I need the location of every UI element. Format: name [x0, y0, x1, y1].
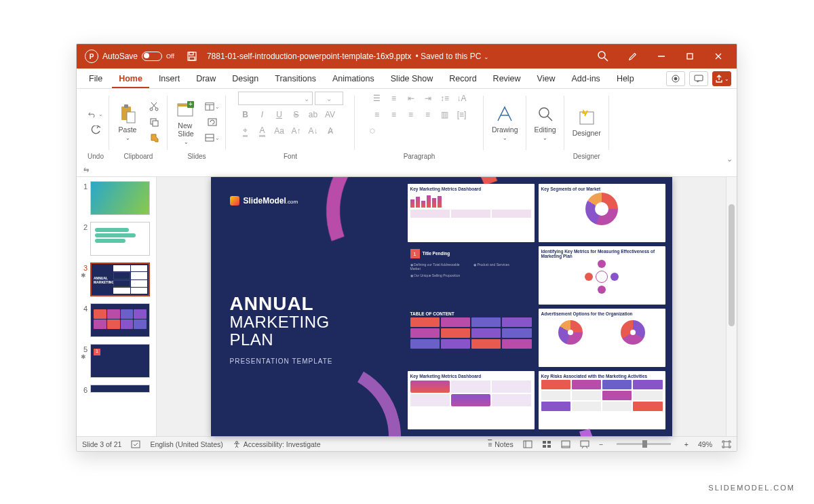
slide-position[interactable]: Slide 3 of 21	[82, 440, 121, 448]
tab-file[interactable]: File	[82, 70, 109, 88]
close-button[interactable]	[704, 44, 733, 69]
group-drawing: Drawing⌄	[484, 92, 526, 162]
slide-thumbnail-3[interactable]: ANNUALMARKETING	[90, 263, 150, 296]
language-status[interactable]: English (United States)	[150, 440, 222, 448]
tab-record[interactable]: Record	[442, 70, 483, 88]
align-right-button[interactable]: ≡	[404, 108, 419, 121]
autosave-toggle[interactable]: AutoSave Off	[102, 52, 174, 61]
new-slide-button[interactable]: + New Slide⌄	[172, 98, 200, 147]
reading-view-button[interactable]	[561, 440, 570, 448]
grow-font-button[interactable]: A↑	[289, 124, 304, 138]
slide-canvas[interactable]: SlideModel.com ANNUAL MARKETING PLAN PRE…	[157, 177, 726, 436]
zoom-value[interactable]: 49%	[698, 440, 712, 448]
align-left-button[interactable]: ≡	[370, 108, 385, 121]
line-spacing-button[interactable]: ↕≡	[438, 92, 452, 105]
paste-button[interactable]: Paste⌄	[113, 102, 142, 142]
collapse-ribbon-button[interactable]: ⌄	[726, 155, 733, 163]
bold-button[interactable]: B	[238, 108, 253, 121]
zoom-out-button[interactable]: −	[599, 440, 603, 448]
bullets-button[interactable]: ☰	[370, 92, 385, 105]
tab-addins[interactable]: Add-ins	[564, 70, 606, 88]
spell-check-icon[interactable]	[131, 440, 140, 448]
reset-button[interactable]	[205, 115, 220, 129]
zoom-in-button[interactable]: +	[684, 440, 689, 448]
sorter-view-button[interactable]	[542, 440, 551, 448]
statusbar: Slide 3 of 21 English (United States) Ac…	[77, 436, 737, 451]
font-color-button[interactable]: A	[255, 124, 270, 138]
comments-button[interactable]	[689, 71, 708, 86]
notes-button[interactable]: ≡Notes	[488, 440, 513, 448]
slide-thumbnail-1[interactable]	[90, 181, 150, 215]
vertical-scrollbar[interactable]	[726, 177, 737, 436]
group-designer: Designer Designer	[564, 92, 609, 162]
current-slide[interactable]: SlideModel.com ANNUAL MARKETING PLAN PRE…	[211, 177, 672, 436]
thumb-number: 1	[79, 181, 88, 191]
underline-button[interactable]: U	[272, 108, 287, 121]
search-icon[interactable]	[597, 50, 609, 62]
tab-slideshow[interactable]: Slide Show	[384, 70, 440, 88]
justify-button[interactable]: ≡	[421, 108, 435, 121]
slideshow-button[interactable]	[580, 440, 589, 448]
tab-home[interactable]: Home	[112, 70, 149, 88]
tab-draw[interactable]: Draw	[189, 70, 222, 88]
strike-button[interactable]: S	[289, 108, 304, 121]
svg-rect-20	[153, 121, 158, 126]
shrink-font-button[interactable]: A↓	[306, 124, 321, 138]
font-size-select[interactable]: ⌄	[315, 92, 343, 105]
qat-overflow-icon[interactable]: ⇆	[83, 166, 89, 174]
workspace: 1 2 3✱ANNUALMARKETING 4 5✱1 6 SlideModel…	[77, 177, 737, 436]
save-status[interactable]: • Saved to this PC ⌄	[415, 52, 488, 61]
align-center-button[interactable]: ≡	[387, 108, 402, 121]
maximize-button[interactable]	[676, 44, 704, 69]
font-family-select[interactable]: ⌄	[238, 92, 313, 105]
camera-button[interactable]	[666, 71, 685, 86]
group-slides: + New Slide⌄ ⌄ ⌄ Slides	[168, 92, 226, 162]
tab-design[interactable]: Design	[225, 70, 265, 88]
italic-button[interactable]: I	[255, 108, 270, 121]
numbering-button[interactable]: ≡	[387, 92, 402, 105]
spacing-button[interactable]: AV	[323, 108, 338, 121]
cut-button[interactable]	[147, 100, 161, 113]
tab-animations[interactable]: Animations	[326, 70, 381, 88]
group-paragraph: ☰ ≡ ⇤ ⇥ ↕≡ ↓A ≡ ≡ ≡ ≡ ▥ [≡] ⬡	[355, 92, 484, 162]
zoom-slider[interactable]	[617, 443, 671, 445]
section-button[interactable]: ⌄	[205, 131, 220, 144]
redo-button[interactable]	[88, 123, 103, 137]
smartart-button[interactable]: ⬡	[370, 124, 375, 138]
tab-insert[interactable]: Insert	[152, 70, 187, 88]
format-painter-button[interactable]	[147, 131, 161, 144]
slide-thumbnail-5[interactable]: 1	[90, 344, 150, 378]
thumbnail-panel[interactable]: 1 2 3✱ANNUALMARKETING 4 5✱1 6	[77, 177, 157, 436]
designer-button[interactable]: Designer	[568, 106, 605, 138]
fit-window-button[interactable]	[722, 440, 731, 448]
tab-help[interactable]: Help	[610, 70, 641, 88]
autosave-state: Off	[166, 53, 174, 60]
slide-thumbnail-6[interactable]	[90, 385, 150, 393]
toggle-switch[interactable]	[142, 52, 162, 61]
layout-button[interactable]: ⌄	[205, 100, 220, 113]
indent-dec-button[interactable]: ⇤	[404, 92, 419, 105]
share-button[interactable]: ⌄	[712, 71, 731, 86]
pen-icon[interactable]	[619, 44, 647, 69]
minimize-button[interactable]	[647, 44, 676, 69]
align-text-button[interactable]: [≡]	[454, 108, 469, 121]
columns-button[interactable]: ▥	[438, 108, 452, 121]
tab-transitions[interactable]: Transitions	[268, 70, 323, 88]
copy-button[interactable]	[147, 115, 161, 129]
accessibility-status[interactable]: Accessibility: Investigate	[233, 440, 321, 448]
slide-thumbnail-2[interactable]	[90, 222, 150, 256]
highlight-button[interactable]: ⌖	[238, 124, 253, 138]
tab-review[interactable]: Review	[486, 70, 528, 88]
editing-button[interactable]: Editing⌄	[530, 102, 560, 142]
normal-view-button[interactable]	[523, 440, 532, 448]
indent-inc-button[interactable]: ⇥	[421, 92, 435, 105]
save-icon[interactable]	[187, 51, 197, 62]
tab-view[interactable]: View	[530, 70, 562, 88]
drawing-button[interactable]: Drawing⌄	[488, 102, 522, 142]
slide-thumbnail-4[interactable]	[90, 303, 150, 337]
undo-button[interactable]: ⌄	[88, 108, 103, 121]
text-direction-button[interactable]: ↓A	[454, 92, 469, 105]
shadow-button[interactable]: ab	[306, 108, 321, 121]
change-case-button[interactable]: Aa	[272, 124, 287, 138]
clear-format-button[interactable]: A̷	[323, 124, 338, 138]
